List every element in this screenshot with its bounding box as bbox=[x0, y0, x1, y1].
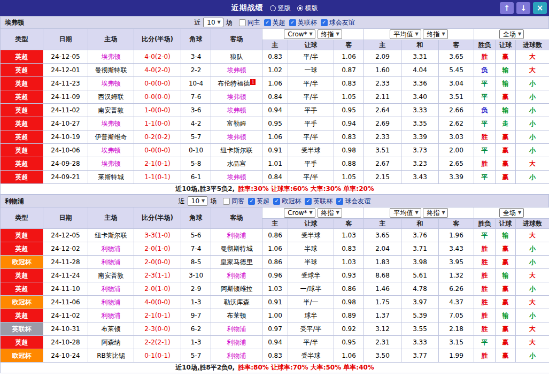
away-team-cell[interactable]: 埃弗顿 bbox=[211, 104, 262, 117]
handicap-result-cell: 输 bbox=[496, 64, 516, 77]
checkbox-checked-icon[interactable]: ✓ bbox=[248, 198, 255, 205]
layout-radio-horizontal[interactable]: 横版 bbox=[297, 4, 318, 13]
home-team-cell[interactable]: 利物浦 bbox=[88, 309, 134, 322]
home-team-cell[interactable]: 利物浦 bbox=[88, 256, 134, 269]
score-cell: 4-0(2-0) bbox=[134, 50, 181, 64]
home-team-cell[interactable]: 埃弗顿 bbox=[88, 50, 134, 64]
away-team-cell[interactable]: 曼彻斯特城 bbox=[211, 242, 262, 256]
euro-source-select[interactable]: 平均值▼ bbox=[390, 208, 421, 218]
away-team-cell[interactable]: 纽卡斯尔联 bbox=[211, 144, 262, 157]
radio-icon[interactable] bbox=[270, 5, 276, 11]
filter-checkbox-label: 英联杯 bbox=[313, 197, 333, 206]
result-cell: 胜 bbox=[474, 282, 496, 296]
score-cell: 2-1(0-1) bbox=[134, 157, 181, 171]
date-cell: 24-11-24 bbox=[43, 269, 88, 282]
layout-radio-vertical[interactable]: 竖版 bbox=[270, 4, 291, 13]
home-team-cell[interactable]: 埃弗顿 bbox=[88, 77, 134, 90]
home-team-cell[interactable]: 利物浦 bbox=[88, 296, 134, 309]
filter-checkbox[interactable]: ✓欧冠杯 bbox=[273, 197, 301, 206]
euro-draw-odds-cell: 3.39 bbox=[401, 130, 439, 144]
away-team-cell[interactable]: 狼队 bbox=[211, 50, 262, 64]
home-team-cell[interactable]: 南安普敦 bbox=[88, 269, 134, 282]
asian-source-select[interactable]: Crow*▼ bbox=[284, 208, 315, 218]
score-cell: 2-0(1-0) bbox=[134, 282, 181, 296]
match-count-select[interactable]: 10 ▼ bbox=[188, 196, 207, 206]
filter-checkbox[interactable]: ✓球会友谊 bbox=[321, 18, 355, 27]
matches-table: 类型 日期 主场 比分(半场) 角球 客场 Crow*▼ 终指▼ 平均值▼ 终指… bbox=[0, 207, 549, 373]
euro-period-select[interactable]: 终指▼ bbox=[423, 208, 447, 218]
away-team-cell[interactable]: 埃弗顿 bbox=[211, 64, 262, 77]
title-bar: 近期战绩 竖版 横版 ↑ ↓ × bbox=[0, 0, 549, 16]
home-team-cell[interactable]: 埃弗顿 bbox=[88, 144, 134, 157]
away-team-cell[interactable]: 布莱顿 bbox=[211, 309, 262, 322]
filter-checkbox[interactable]: 同主 bbox=[239, 18, 260, 27]
home-team-cell[interactable]: 西汉姆联 bbox=[88, 90, 134, 104]
away-team-cell[interactable]: 利物浦 bbox=[211, 322, 262, 336]
handicap-cell: 受半球 bbox=[288, 229, 334, 242]
col-type: 类型 bbox=[1, 29, 43, 50]
away-team-cell[interactable]: 利物浦 bbox=[211, 269, 262, 282]
euro-period-select[interactable]: 终指▼ bbox=[423, 29, 447, 39]
asian-source-select[interactable]: Crow*▼ bbox=[284, 29, 315, 39]
away-team-cell[interactable]: 埃弗顿 bbox=[211, 171, 262, 184]
checkbox-checked-icon[interactable]: ✓ bbox=[289, 19, 296, 26]
checkbox-unchecked-icon[interactable] bbox=[239, 19, 246, 26]
scroll-down-button[interactable]: ↓ bbox=[516, 2, 530, 14]
score-cell: 0-0(0-0) bbox=[134, 144, 181, 157]
away-team-cell[interactable]: 利物浦 bbox=[211, 349, 262, 363]
filter-checkbox[interactable]: ✓英超 bbox=[248, 197, 269, 206]
goals-cell: 小 bbox=[516, 77, 549, 90]
checkbox-checked-icon[interactable]: ✓ bbox=[336, 198, 343, 205]
filter-checkbox[interactable]: 同客 bbox=[223, 197, 244, 206]
filter-checkbox[interactable]: ✓英联杯 bbox=[305, 197, 333, 206]
away-team-cell[interactable]: 埃弗顿 bbox=[211, 130, 262, 144]
home-team-cell[interactable]: 伊普斯维奇 bbox=[88, 130, 134, 144]
match-row: 英超24-11-10利物浦2-0(1-0)2-9阿斯顿维拉1.03一/球半0.8… bbox=[1, 282, 549, 296]
close-button[interactable]: × bbox=[533, 2, 547, 14]
checkbox-checked-icon[interactable]: ✓ bbox=[264, 19, 271, 26]
home-team-cell[interactable]: 埃弗顿 bbox=[88, 117, 134, 130]
home-team-cell[interactable]: 利物浦 bbox=[88, 242, 134, 256]
home-team-cell[interactable]: 南安普敦 bbox=[88, 104, 134, 117]
home-team-cell[interactable]: 布莱顿 bbox=[88, 322, 134, 336]
league-cell: 英超 bbox=[1, 157, 43, 171]
summary-row: 近10场,胜8平2负0, 胜率:80% 让球率:70% 大率:50% 单率:40… bbox=[1, 363, 549, 373]
home-team-cell[interactable]: 利物浦 bbox=[88, 282, 134, 296]
home-team-cell[interactable]: 曼彻斯特联 bbox=[88, 64, 134, 77]
scope-select[interactable]: 全场▼ bbox=[499, 208, 524, 218]
checkbox-checked-icon[interactable]: ✓ bbox=[321, 19, 328, 26]
away-team-cell[interactable]: 利物浦 bbox=[211, 336, 262, 349]
home-team-cell[interactable]: RB莱比锡 bbox=[88, 349, 134, 363]
asian-period-select[interactable]: 终指▼ bbox=[318, 29, 342, 39]
filter-checkbox[interactable]: ✓英超 bbox=[264, 18, 285, 27]
scope-select[interactable]: 全场▼ bbox=[499, 29, 524, 39]
filter-checkbox[interactable]: ✓英联杯 bbox=[289, 18, 317, 27]
match-count-select[interactable]: 10 ▼ bbox=[203, 18, 223, 27]
away-team-cell[interactable]: 布伦特福德1 bbox=[211, 77, 262, 90]
home-team-cell[interactable]: 埃弗顿 bbox=[88, 157, 134, 171]
radio-icon[interactable] bbox=[297, 5, 303, 11]
home-team-cell[interactable]: 纽卡斯尔联 bbox=[88, 229, 134, 242]
asian-period-select[interactable]: 终指▼ bbox=[318, 208, 342, 218]
away-team-cell[interactable]: 皇家马德里 bbox=[211, 256, 262, 269]
home-team-cell[interactable]: 莱斯特城 bbox=[88, 171, 134, 184]
handicap-cell: 球半 bbox=[288, 309, 334, 322]
euro-source-select[interactable]: 平均值▼ bbox=[390, 29, 421, 39]
away-team-cell[interactable]: 水晶宫 bbox=[211, 157, 262, 171]
filter-checkbox[interactable]: ✓球会友谊 bbox=[336, 197, 370, 206]
away-team-cell[interactable]: 阿斯顿维拉 bbox=[211, 282, 262, 296]
handicap-cell: 平/半 bbox=[288, 130, 334, 144]
checkbox-unchecked-icon[interactable] bbox=[223, 198, 230, 205]
col-date: 日期 bbox=[43, 207, 88, 229]
checkbox-checked-icon[interactable]: ✓ bbox=[273, 198, 280, 205]
result-cell: 胜 bbox=[474, 256, 496, 269]
away-team-cell[interactable]: 富勒姆 bbox=[211, 117, 262, 130]
scroll-up-button[interactable]: ↑ bbox=[500, 2, 514, 14]
away-team-cell[interactable]: 埃弗顿 bbox=[211, 90, 262, 104]
away-team-cell[interactable]: 勒沃库森 bbox=[211, 296, 262, 309]
checkbox-checked-icon[interactable]: ✓ bbox=[305, 198, 312, 205]
away-team-cell[interactable]: 利物浦 bbox=[211, 229, 262, 242]
euro-home-odds-cell: 1.60 bbox=[364, 64, 401, 77]
home-team-cell[interactable]: 阿森纳 bbox=[88, 336, 134, 349]
score-cell: 0-1(0-1) bbox=[134, 349, 181, 363]
